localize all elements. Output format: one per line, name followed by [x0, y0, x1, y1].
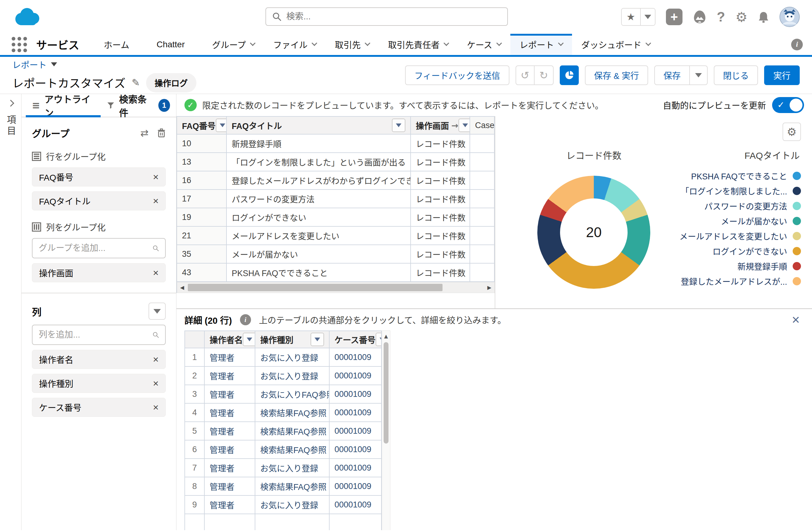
swap-groups-icon[interactable]: ⇄ [140, 127, 148, 139]
faq-title-cell[interactable]: メールが届かない [227, 245, 411, 264]
breadcrumb-caret-icon[interactable] [51, 62, 57, 66]
table-row[interactable]: 13 「ログインを制限しました」という画面が出る レコード件数 [177, 153, 495, 171]
column-group-pill[interactable]: 操作画面 × [32, 263, 166, 282]
legend-item[interactable]: ログインができない [713, 246, 801, 256]
table-row[interactable]: 10 新規登録手順 レコード件数 [177, 135, 495, 153]
help-icon[interactable]: ? [717, 9, 725, 25]
column-header-case-number[interactable]: ケース番号 [330, 331, 382, 348]
faq-number-cell[interactable]: 21 [177, 227, 227, 245]
nav-tab[interactable]: Chatter [147, 34, 203, 55]
case-number-cell[interactable]: 00001009 [330, 367, 382, 385]
table-row[interactable]: 2 管理者 お気に入り登録 00001009 [185, 367, 382, 385]
table-row[interactable]: 6 管理者 検索結果FAQ参照 00001009 [185, 440, 382, 459]
expand-chevron-icon[interactable] [7, 100, 14, 107]
chevron-down-icon[interactable] [444, 40, 449, 46]
table-row[interactable]: 19 ログインができない レコード件数 [177, 208, 495, 227]
faq-number-cell[interactable]: 35 [177, 245, 227, 264]
operation-type-cell[interactable]: お気に入りFAQ参照 [255, 385, 330, 404]
faq-number-cell[interactable]: 10 [177, 135, 227, 153]
column-filter-button[interactable] [310, 333, 324, 346]
nav-tab[interactable]: レポート [510, 34, 572, 55]
legend-item[interactable]: メールが届かない [721, 215, 801, 226]
operator-cell[interactable]: 管理者 [205, 367, 255, 385]
operation-type-cell[interactable]: 検索結果FAQ参照 [255, 477, 330, 496]
table-row[interactable]: 16 登録したメールアドレスがわからずログインできない レコード件数 [177, 171, 495, 190]
case-number-cell[interactable]: 00001009 [330, 459, 382, 477]
measure-cell[interactable]: レコード件数 [411, 171, 470, 190]
column-header-faq-number[interactable]: FAQ番号 [177, 117, 227, 135]
remove-icon[interactable]: × [153, 354, 159, 364]
feedback-button[interactable]: フィードバックを送信 [405, 66, 509, 85]
nav-tab[interactable]: ケース [458, 34, 510, 55]
breadcrumb-link[interactable]: レポート [12, 58, 47, 71]
save-and-run-button[interactable]: 保存 & 実行 [585, 66, 648, 85]
quick-create-plus-icon[interactable]: + [666, 9, 682, 25]
operator-cell[interactable]: 管理者 [205, 348, 255, 367]
operation-type-cell[interactable]: 検索結果FAQ参照 [255, 422, 330, 440]
tab-filters[interactable]: 検索条件 1 [101, 94, 176, 117]
operation-type-cell[interactable]: 検索結果FAQ参照 [255, 440, 330, 459]
case-number-cell[interactable]: 00001009 [330, 440, 382, 459]
chevron-down-icon[interactable] [365, 40, 371, 46]
table-row[interactable]: 3 管理者 お気に入りFAQ参照 00001009 [185, 385, 382, 404]
faq-title-cell[interactable]: 新規登録手順 [227, 135, 411, 153]
chevron-down-icon[interactable] [646, 40, 651, 46]
case-number-cell[interactable]: 00001009 [330, 422, 382, 440]
nav-tab[interactable]: ダッシュボード [572, 34, 659, 55]
faq-number-cell[interactable]: 13 [177, 153, 227, 171]
chevron-down-icon[interactable] [558, 40, 563, 46]
table-row[interactable]: 9 管理者 お気に入り登録 00001009 [185, 496, 382, 514]
faq-title-cell[interactable]: PKSHA FAQでできること [227, 264, 411, 282]
column-filter-button[interactable] [392, 118, 405, 132]
table-row[interactable]: 17 パスワードの変更方法 レコード件数 [177, 190, 495, 208]
operation-type-cell[interactable]: お気に入り登録 [255, 367, 330, 385]
run-button[interactable]: 実行 [764, 66, 800, 85]
auto-update-toggle[interactable]: ✓ [772, 97, 804, 113]
legend-item[interactable]: 「ログインを制限しました... [681, 185, 801, 196]
table-row[interactable]: 5 管理者 検索結果FAQ参照 00001009 [185, 422, 382, 440]
columns-menu-button[interactable] [148, 303, 166, 320]
chevron-down-icon[interactable] [496, 40, 502, 46]
faq-title-cell[interactable]: パスワードの変更方法 [227, 190, 411, 208]
add-column-search[interactable] [32, 325, 166, 345]
table-row[interactable]: 7 管理者 お気に入り登録 00001009 [185, 459, 382, 477]
legend-item[interactable]: PKSHA FAQでできること [691, 170, 801, 181]
remove-icon[interactable]: × [153, 196, 159, 206]
faq-number-cell[interactable]: 16 [177, 171, 227, 190]
row-group-pill[interactable]: FAQ番号 × [32, 167, 166, 186]
operator-cell[interactable]: 管理者 [205, 404, 255, 422]
measure-cell[interactable]: レコード件数 [411, 190, 470, 208]
favorites-button-group[interactable]: ★ [621, 8, 655, 26]
column-header-operation-type[interactable]: 操作種別 [255, 331, 330, 348]
column-filter-button[interactable] [216, 118, 227, 132]
operator-cell[interactable]: 管理者 [205, 496, 255, 514]
chart-settings-gear-icon[interactable]: ⚙ [783, 123, 801, 141]
scroll-left-icon[interactable]: ◀ [180, 284, 184, 291]
column-pill[interactable]: 操作者名 × [32, 350, 166, 369]
column-header-faq-title[interactable]: FAQタイトル [227, 117, 411, 135]
measure-cell[interactable]: レコード件数 [411, 264, 470, 282]
legend-item[interactable]: パスワードの変更方法 [704, 200, 801, 211]
redo-button[interactable]: ↻ [535, 66, 554, 85]
operation-type-cell[interactable]: 検索結果FAQ参照 [255, 404, 330, 422]
remove-icon[interactable]: × [153, 378, 159, 388]
remove-icon[interactable]: × [153, 402, 159, 412]
toggle-chart-button[interactable] [560, 66, 579, 85]
operator-cell[interactable]: 管理者 [205, 477, 255, 496]
faq-number-cell[interactable]: 19 [177, 208, 227, 227]
column-header-operation-screen[interactable]: 操作画面 → [411, 117, 470, 135]
scrollbar-thumb[interactable] [383, 342, 389, 444]
fields-panel-collapsed[interactable]: 項目 [0, 94, 21, 530]
case-number-cell[interactable]: 00001009 [330, 496, 382, 514]
favorites-caret[interactable] [641, 9, 655, 25]
faq-title-cell[interactable]: ログインができない [227, 208, 411, 227]
measure-cell[interactable]: レコード件数 [411, 245, 470, 264]
vertical-scrollbar[interactable]: ▲ [382, 331, 390, 530]
column-filter-button[interactable] [376, 333, 382, 346]
scroll-up-icon[interactable]: ▲ [384, 333, 388, 339]
measure-cell[interactable]: レコード件数 [411, 208, 470, 227]
table-row[interactable]: 21 メールアドレスを変更したい レコード件数 [177, 227, 495, 245]
horizontal-scrollbar[interactable]: ◀ ▶ [176, 282, 495, 293]
trash-icon[interactable] [157, 128, 166, 138]
case-number-cell[interactable]: 00001009 [330, 477, 382, 496]
